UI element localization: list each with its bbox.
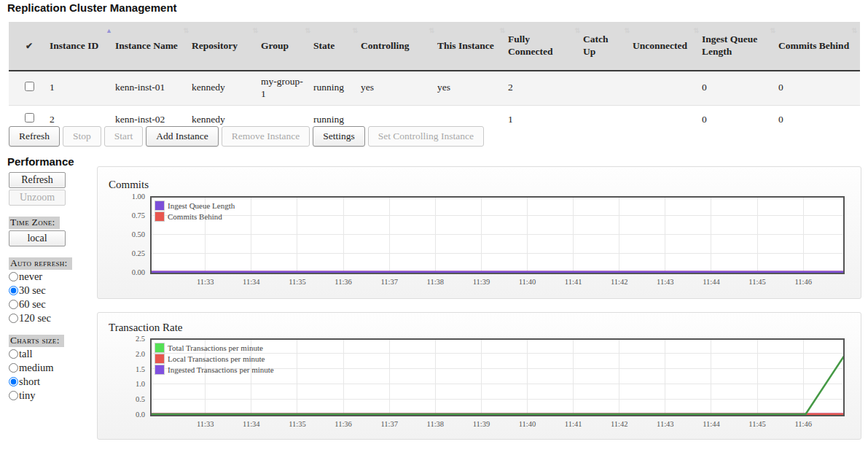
cell-fully_connected: 1 (508, 105, 583, 134)
charts-size-radio[interactable] (9, 363, 18, 373)
charts-size-option-label: medium (19, 362, 54, 374)
row-select-cell (9, 71, 50, 105)
x-tick-label: 11:40 (519, 420, 536, 428)
auto-refresh-option-120-sec[interactable]: 120 sec (9, 311, 95, 325)
charts-size-option-medium[interactable]: medium (9, 361, 95, 375)
legend-label: Commits Behind (168, 212, 222, 221)
column-header-label: This Instance (437, 40, 494, 51)
x-tick-label: 11:38 (427, 278, 445, 286)
legend-item-ingest-queue-length: Ingest Queue Length (155, 200, 235, 211)
time-zone-button[interactable]: local (9, 230, 66, 246)
auto-refresh-radio[interactable] (9, 314, 18, 323)
column-header-repository[interactable]: Repository⇅ (192, 22, 261, 71)
x-tick-label: 11:37 (380, 420, 398, 428)
chart-legend: Ingest Queue LengthCommits Behind (155, 200, 235, 222)
sort-icon: ⇅ (499, 27, 505, 35)
column-header-state[interactable]: State⇅ (313, 22, 361, 71)
cell-repository: kennedy (192, 71, 261, 105)
column-header-controlling[interactable]: Controlling⇅ (361, 22, 437, 71)
row-checkbox[interactable] (25, 82, 34, 91)
table-row: 1kenn-inst-01kennedymy-group-1runningyes… (9, 71, 860, 105)
auto-refresh-radio[interactable] (9, 300, 18, 309)
charts-size-radio[interactable] (9, 377, 18, 386)
column-header-this_instance[interactable]: This Instance⇅ (437, 22, 508, 71)
x-tick-label: 11:41 (565, 420, 582, 428)
cell-unconnected (633, 105, 702, 134)
sort-icon: ⇅ (183, 27, 189, 35)
legend-label: Local Transactions per minute (168, 354, 265, 363)
column-header-catch_up[interactable]: Catch Up⇅ (583, 22, 633, 71)
y-tick-label: 0.75 (98, 211, 145, 219)
charts-size-option-tall[interactable]: tall (9, 347, 95, 361)
performance-refresh-button[interactable]: Refresh (9, 172, 66, 188)
column-header-label: Instance Name (115, 40, 178, 51)
x-tick-label: 11:43 (657, 420, 674, 428)
legend-label: Ingest Queue Length (168, 201, 235, 210)
column-header-instance_name[interactable]: Instance Name⇅ (115, 22, 192, 71)
auto-refresh-option-never[interactable]: never (9, 270, 95, 284)
column-header-unconnected[interactable]: Unconnected⇅ (633, 22, 702, 71)
auto-refresh-option-60-sec[interactable]: 60 sec (9, 298, 95, 311)
row-checkbox[interactable] (25, 113, 34, 122)
cell-state: running (313, 71, 361, 105)
refresh-button[interactable]: Refresh (9, 126, 60, 147)
x-tick-label: 11:46 (794, 278, 812, 286)
legend-item-total-transactions-per-minute: Total Transactions per minute (155, 342, 274, 353)
sort-icon: ⇅ (352, 27, 358, 35)
column-header-fully_connected[interactable]: Fully Connected⇅ (508, 22, 583, 71)
add-instance-button[interactable]: Add Instance (146, 126, 219, 147)
charts-size-radio[interactable] (9, 349, 18, 359)
set-controlling-instance-button[interactable]: Set Controlling Instance (368, 126, 484, 147)
sort-icon: ⇅ (429, 27, 434, 35)
auto-refresh-option-30-sec[interactable]: 30 sec (9, 284, 95, 298)
cell-catch_up (583, 105, 633, 134)
column-header-group[interactable]: Group⇅ (261, 22, 313, 71)
legend-swatch-icon (155, 343, 165, 353)
sort-icon: ⇅ (574, 27, 580, 35)
chart-plot-area[interactable] (150, 196, 845, 274)
auto-refresh-radio[interactable] (9, 286, 18, 295)
y-tick-label: 2.5 (98, 335, 145, 343)
page-title: Replication Cluster Management (7, 1, 177, 14)
x-tick-label: 11:42 (611, 278, 628, 286)
charts-size-option-short[interactable]: short (9, 375, 95, 389)
auto-refresh-radio[interactable] (9, 272, 18, 281)
column-header-label: Fully Connected (508, 34, 553, 57)
cluster-table: ✔Instance ID▲Instance Name⇅Repository⇅Gr… (9, 22, 860, 134)
x-tick-label: 11:34 (243, 420, 260, 428)
sort-icon: ⇅ (252, 27, 258, 35)
column-header-ingest_queue_length[interactable]: Ingest Queue Length⇅ (702, 22, 778, 71)
y-tick-label: 1.00 (98, 192, 145, 201)
column-header-commits_behind[interactable]: Commits Behind⇅ (778, 22, 860, 71)
charts-size-radio[interactable] (9, 391, 18, 400)
unzoom-button[interactable]: Unzoom (9, 190, 66, 206)
x-tick-label: 11:35 (289, 420, 306, 428)
y-tick-label: 0.00 (98, 268, 145, 276)
stop-button[interactable]: Stop (63, 126, 101, 147)
legend-swatch-icon (155, 365, 165, 375)
chart-legend: Total Transactions per minuteLocal Trans… (155, 342, 274, 375)
cell-this_instance: yes (437, 71, 508, 105)
table-header-row: ✔Instance ID▲Instance Name⇅Repository⇅Gr… (9, 22, 860, 71)
x-tick-label: 11:33 (197, 278, 214, 286)
chart-title: Commits (109, 179, 149, 191)
cell-controlling: yes (361, 71, 437, 105)
sort-icon: ⇅ (305, 27, 310, 35)
legend-item-commits-behind: Commits Behind (155, 211, 235, 222)
x-tick-label: 11:45 (748, 420, 766, 428)
remove-instance-button[interactable]: Remove Instance (222, 126, 310, 147)
commits-chart-panel: Commits0.000.250.500.751.0011:3311:3411:… (97, 166, 861, 299)
column-header-label: Catch Up (583, 34, 609, 57)
column-header-instance_id[interactable]: Instance ID▲ (50, 22, 115, 71)
legend-label: Total Transactions per minute (168, 343, 263, 352)
charts-size-option-tiny[interactable]: tiny (9, 389, 95, 402)
auto-refresh-option-label: 30 sec (19, 284, 46, 297)
auto-refresh-option-label: 120 sec (19, 312, 51, 324)
cell-instance_name: kenn-inst-01 (115, 71, 192, 105)
sort-icon: ⇅ (770, 27, 775, 35)
charts-size-option-label: tall (19, 348, 33, 360)
legend-item-ingested-transactions-per-minute: Ingested Transactions per minute (155, 364, 274, 375)
x-tick-label: 11:40 (519, 278, 536, 286)
start-button[interactable]: Start (104, 126, 144, 147)
settings-button[interactable]: Settings (313, 126, 365, 147)
